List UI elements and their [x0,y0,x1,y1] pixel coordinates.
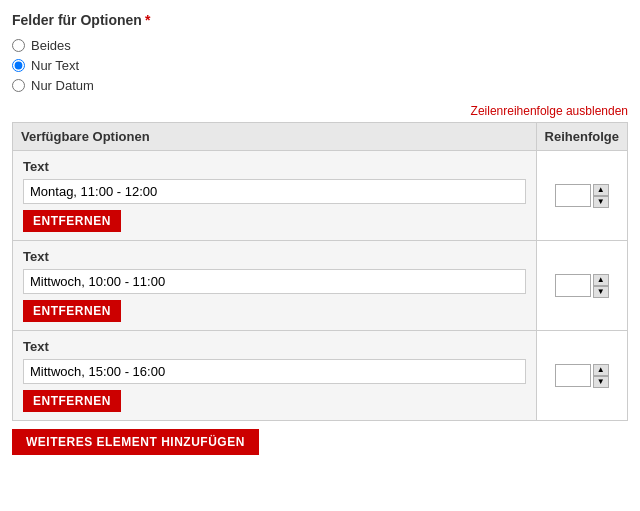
radio-label-nur-text: Nur Text [31,58,79,73]
toggle-row-order-link[interactable]: Zeilenreihenfolge ausblenden [471,104,628,118]
reihenfolge-cell-1: 1 ▲ ▼ [536,241,627,331]
spinner-up-1[interactable]: ▲ [593,274,609,286]
remove-button-1[interactable]: ENTFERNEN [23,300,121,322]
required-indicator: * [145,12,150,28]
text-input-2[interactable] [23,359,526,384]
radio-label-beides: Beides [31,38,71,53]
spinner-input-0[interactable]: 0 [555,184,591,207]
radio-beides[interactable] [12,39,25,52]
radio-nur-datum[interactable] [12,79,25,92]
spinner-arrows-1: ▲ ▼ [593,274,609,298]
spinner-input-1[interactable]: 1 [555,274,591,297]
radio-nur-text[interactable] [12,59,25,72]
radio-label-nur-datum: Nur Datum [31,78,94,93]
spinner-input-2[interactable]: 2 [555,364,591,387]
spinner-1: 1 ▲ ▼ [547,274,617,298]
spinner-2: 2 ▲ ▼ [547,364,617,388]
add-element-button[interactable]: WEITERES ELEMENT HINZUFÜGEN [12,429,259,455]
row-content-1: Text ENTFERNEN [13,241,537,331]
spinner-up-0[interactable]: ▲ [593,184,609,196]
table-row: Text ENTFERNEN 2 ▲ ▼ [13,331,628,421]
add-button-container: WEITERES ELEMENT HINZUFÜGEN [12,421,628,455]
spinner-down-1[interactable]: ▼ [593,286,609,298]
toggle-row-order-container: Zeilenreihenfolge ausblenden [12,103,628,118]
row-content-2: Text ENTFERNEN [13,331,537,421]
table-row: Text ENTFERNEN 1 ▲ ▼ [13,241,628,331]
section-title: Felder für Optionen* [12,12,628,28]
row-content-0: Text ENTFERNEN [13,151,537,241]
remove-button-2[interactable]: ENTFERNEN [23,390,121,412]
radio-item-beides[interactable]: Beides [12,38,628,53]
col-header-reihenfolge: Reihenfolge [536,123,627,151]
radio-item-nur-datum[interactable]: Nur Datum [12,78,628,93]
col-header-optionen: Verfügbare Optionen [13,123,537,151]
field-label-0: Text [23,159,526,174]
radio-item-nur-text[interactable]: Nur Text [12,58,628,73]
spinner-0: 0 ▲ ▼ [547,184,617,208]
spinner-arrows-0: ▲ ▼ [593,184,609,208]
reihenfolge-cell-0: 0 ▲ ▼ [536,151,627,241]
text-input-1[interactable] [23,269,526,294]
spinner-up-2[interactable]: ▲ [593,364,609,376]
spinner-arrows-2: ▲ ▼ [593,364,609,388]
radio-group-felder: Beides Nur Text Nur Datum [12,38,628,93]
field-label-1: Text [23,249,526,264]
field-label-2: Text [23,339,526,354]
options-table: Verfügbare Optionen Reihenfolge Text ENT… [12,122,628,421]
remove-button-0[interactable]: ENTFERNEN [23,210,121,232]
table-row: Text ENTFERNEN 0 ▲ ▼ [13,151,628,241]
spinner-down-0[interactable]: ▼ [593,196,609,208]
reihenfolge-cell-2: 2 ▲ ▼ [536,331,627,421]
spinner-down-2[interactable]: ▼ [593,376,609,388]
text-input-0[interactable] [23,179,526,204]
